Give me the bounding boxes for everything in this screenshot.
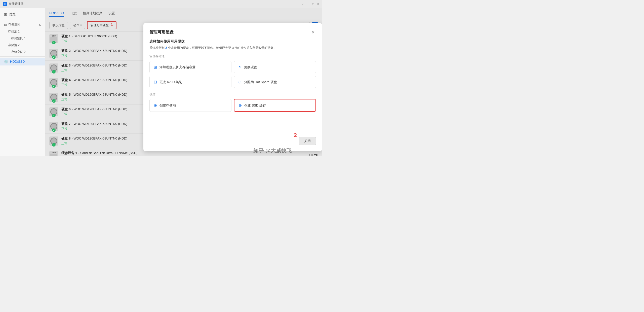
option-replace-disk[interactable]: ↻ 更换硬盘	[234, 61, 316, 73]
modal-title: 管理可用硬盘	[149, 30, 174, 35]
app-bar: 🗄 存储管理器 ? — □ ×	[0, 0, 322, 8]
modal-count: 2	[165, 46, 167, 50]
option-create-pool[interactable]: ⊕ 创建存储池	[149, 99, 231, 112]
create-options-grid: ⊕ 创建存储池 ⊕ 创建 SSD 缓存	[149, 99, 316, 112]
storage-space-icon: ▤	[4, 23, 7, 26]
sidebar-divider-2	[0, 56, 45, 57]
pool-options-grid: ⊞ 添加硬盘以扩充存储容量 ↻ 更换硬盘 ⊟ 更改 RAID 类别 ⊕ 分配为 …	[149, 61, 316, 88]
option-change-raid[interactable]: ⊟ 更改 RAID 类别	[149, 76, 231, 88]
change-raid-icon: ⊟	[154, 80, 157, 84]
modal-description: 系统检测到 2 个未使用的硬盘，可用于以下操作。确保已为要执行的操作插入所需数量…	[149, 46, 316, 50]
modal-close-button[interactable]: ✕	[310, 29, 316, 35]
modal-subtitle: 选择如何使用可用硬盘	[149, 39, 316, 44]
hdd-ssd-icon: 💿	[4, 60, 8, 63]
help-btn[interactable]: ?	[302, 2, 303, 6]
maximize-btn[interactable]: □	[312, 2, 314, 6]
sidebar-label-storage-space: 存储空间	[8, 22, 20, 27]
sidebar-label-space-2: 存储空间 2	[11, 50, 26, 54]
watermark: 知乎 @大威快飞	[253, 147, 292, 154]
annotation-2: 2	[294, 132, 297, 138]
option-add-disk[interactable]: ⊞ 添加硬盘以扩充存储容量	[149, 61, 231, 73]
create-pool-icon: ⊕	[154, 103, 157, 108]
sidebar-item-storage-space[interactable]: ▤ 存储空间 ∧	[0, 21, 45, 28]
sidebar-label-space-1: 存储空间 1	[11, 37, 26, 40]
add-disk-icon: ⊞	[154, 65, 157, 70]
option-hot-spare[interactable]: ⊕ 分配为 Hot Spare 硬盘	[234, 76, 316, 88]
modal-close-btn[interactable]: 关闭	[299, 137, 316, 145]
sidebar-label-pool-2: 存储池 2	[8, 43, 20, 47]
option-create-ssd-cache[interactable]: ⊕ 创建 SSD 缓存	[234, 99, 316, 112]
modal-footer: 关闭	[149, 137, 316, 145]
main-layout: ⊞ 总览 ▤ 存储空间 ∧ 存储池 1 存储空间 1 存储池 2 存储空间 2 …	[0, 8, 322, 156]
hot-spare-icon: ⊕	[238, 80, 242, 84]
sidebar-item-pool-2[interactable]: 存储池 2	[0, 42, 45, 49]
minimize-btn[interactable]: —	[306, 2, 309, 6]
sidebar-label-pool-1: 存储池 1	[8, 30, 20, 33]
close-btn[interactable]: ×	[317, 2, 319, 6]
app-icon: 🗄	[3, 2, 7, 6]
sidebar-item-pool-1[interactable]: 存储池 1	[0, 28, 45, 35]
sidebar-item-space-2[interactable]: 存储空间 2	[0, 49, 45, 55]
create-section-label: 创建	[149, 92, 316, 96]
sidebar-divider-1	[0, 20, 45, 20]
sidebar-item-space-1[interactable]: 存储空间 1	[0, 35, 45, 42]
chevron-icon: ∧	[39, 23, 41, 26]
pool-section-label: 管理存储池	[149, 54, 316, 58]
sidebar-item-overview[interactable]: ⊞ 总览	[0, 10, 45, 19]
content-area: HDD/SSD 日志 检测计划程序 设置 状况信息 动作 ▾ 管理可用硬盘	[45, 8, 322, 156]
replace-disk-icon: ↻	[238, 65, 242, 70]
overview-icon: ⊞	[4, 12, 7, 16]
manage-disk-modal: 管理可用硬盘 ✕ 选择如何使用可用硬盘 系统检测到 2 个未使用的硬盘，可用于以…	[143, 23, 322, 151]
app-title: 存储管理器	[9, 2, 24, 6]
sidebar-item-hdd-ssd[interactable]: 💿 HDD/SSD	[0, 58, 45, 65]
app-bar-controls: ? — □ ×	[302, 2, 319, 6]
create-ssd-icon: ⊕	[238, 103, 242, 108]
sidebar-label-overview: 总览	[9, 12, 16, 17]
sidebar-label-hdd-ssd: HDD/SSD	[10, 60, 25, 63]
modal-header: 管理可用硬盘 ✕	[149, 29, 316, 35]
sidebar: ⊞ 总览 ▤ 存储空间 ∧ 存储池 1 存储空间 1 存储池 2 存储空间 2 …	[0, 8, 45, 156]
